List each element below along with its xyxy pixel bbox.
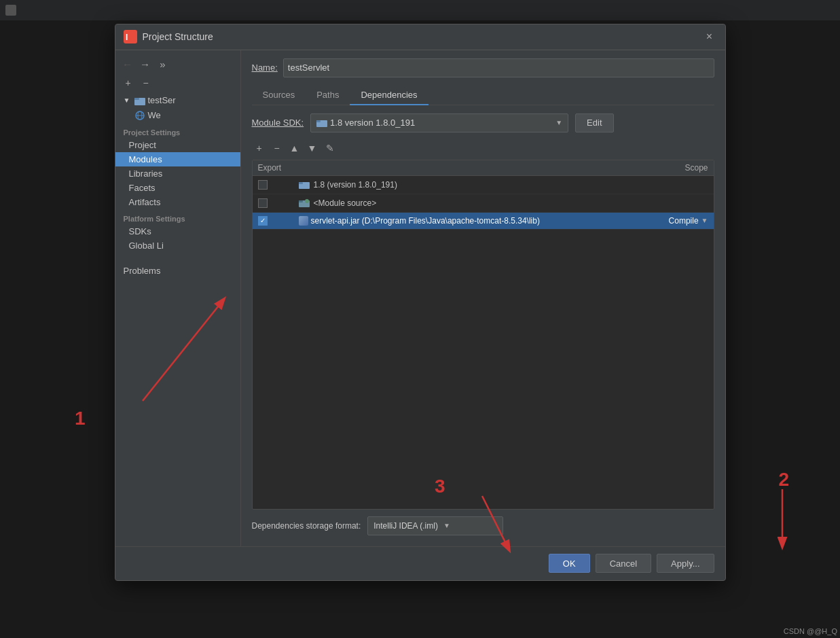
source-folder-icon <box>299 198 310 209</box>
nav-label-sdks: SDKs <box>129 226 151 236</box>
nav-item-facets[interactable]: Facets <box>115 181 240 195</box>
sdk-edit-button[interactable]: Edit <box>575 113 613 132</box>
col-scope: Scope <box>640 163 708 173</box>
annotation-1: 1 <box>75 408 86 429</box>
nav-label-artifacts: Artifacts <box>129 197 161 207</box>
nav-item-sdks[interactable]: SDKs <box>115 224 240 238</box>
sdk-select[interactable]: 1.8 version 1.8.0_191 ▼ <box>310 113 568 132</box>
tab-sources[interactable]: Sources <box>252 86 306 105</box>
nav-forward-btn[interactable]: → <box>139 58 152 70</box>
nav-label-libraries: Libraries <box>129 169 163 179</box>
nav-item-problems[interactable]: Problems <box>115 264 240 278</box>
nav-item-artifacts[interactable]: Artifacts <box>115 195 240 209</box>
scope-dropdown-icon[interactable]: ▼ <box>701 217 708 224</box>
check-mark: ✓ <box>260 217 266 224</box>
storage-label: Dependencies storage format: <box>252 521 361 531</box>
dep-row-jdk[interactable]: 1.8 (version 1.8.0_191) <box>253 176 714 194</box>
dep-checkbox-source[interactable] <box>258 198 268 208</box>
remove-module-btn[interactable]: − <box>139 75 153 90</box>
dep-row-source[interactable]: <Module source> <box>253 194 714 213</box>
dependencies-table: Export Scope 1.8 (version 1.8.0_ <box>252 160 714 510</box>
ok-button[interactable]: OK <box>549 554 590 573</box>
scope-text-servlet: Compile <box>669 216 699 226</box>
dep-up-btn[interactable]: ▲ <box>287 141 302 156</box>
nav-toolbar: ← → » <box>115 56 240 73</box>
dep-row-servlet[interactable]: ✓ servlet-api.jar (D:\Program Files\Java… <box>253 213 714 230</box>
platform-settings-label: Platform Settings <box>115 209 240 224</box>
svg-rect-12 <box>299 200 303 202</box>
name-row: Name: <box>252 58 714 77</box>
nav-label-project: Project <box>129 140 156 150</box>
sdk-row: Module SDK: 1.8 version 1.8.0_191 ▼ Edit <box>252 113 714 132</box>
intellij-icon: I <box>124 30 137 43</box>
nav-label-global-lib: Global Li <box>129 241 164 251</box>
tab-paths[interactable]: Paths <box>306 86 350 105</box>
right-panel: Name: Sources Paths Dependencies Module … <box>241 50 725 546</box>
apply-button[interactable]: Apply... <box>657 554 714 573</box>
svg-point-13 <box>305 199 309 203</box>
dep-name-jdk: 1.8 (version 1.8.0_191) <box>314 180 640 190</box>
tab-dependencies[interactable]: Dependencies <box>350 86 428 105</box>
svg-rect-8 <box>316 120 321 122</box>
svg-rect-10 <box>299 182 303 184</box>
dep-down-btn[interactable]: ▼ <box>305 141 320 156</box>
dep-table-header: Export Scope <box>253 160 714 176</box>
nav-item-modules[interactable]: Modules <box>115 152 240 166</box>
nav-label-problems: Problems <box>124 266 161 276</box>
nav-item-project[interactable]: Project <box>115 138 240 152</box>
tree-label-testser: testSer <box>148 95 176 105</box>
storage-row: Dependencies storage format: IntelliJ ID… <box>252 516 714 535</box>
dialog-overlay: I Project Structure × ← → » + − <box>0 0 840 638</box>
watermark: CSDN @@H_Q <box>784 627 837 635</box>
dep-row-export-jdk <box>258 180 299 190</box>
tabs-bar: Sources Paths Dependencies <box>252 86 714 105</box>
annotation-2: 2 <box>778 469 789 491</box>
storage-value: IntelliJ IDEA (.iml) <box>373 521 438 531</box>
sdk-label: Module SDK: <box>252 118 304 128</box>
annotation-3: 3 <box>435 476 445 497</box>
storage-select[interactable]: IntelliJ IDEA (.iml) ▼ <box>367 516 503 535</box>
nav-item-global-libraries[interactable]: Global Li <box>115 238 240 253</box>
nav-back-btn[interactable]: ← <box>121 58 134 70</box>
sdk-folder-icon <box>316 118 327 128</box>
tree-arrow-testser: ▼ <box>124 96 132 104</box>
dep-scope-servlet: Compile ▼ <box>640 216 708 226</box>
dep-row-export-servlet: ✓ <box>258 216 299 226</box>
nav-label-facets: Facets <box>129 183 156 193</box>
svg-text:I: I <box>126 33 128 42</box>
dependencies-toolbar: + − ▲ ▼ ✎ <box>252 141 714 156</box>
svg-rect-3 <box>134 98 139 100</box>
project-structure-dialog: I Project Structure × ← → » + − <box>115 24 726 581</box>
left-panel: ← → » + − ▼ testSer <box>115 50 241 546</box>
dialog-body: ← → » + − ▼ testSer <box>115 50 725 546</box>
dialog-footer: OK Cancel Apply... <box>115 546 725 580</box>
sdk-value: 1.8 version 1.8.0_191 <box>330 118 415 128</box>
dep-name-servlet: servlet-api.jar (D:\Program Files\Java\a… <box>311 216 640 226</box>
jar-icon <box>299 216 308 226</box>
tree-label-we: We <box>148 110 161 120</box>
dialog-title: Project Structure <box>143 31 702 42</box>
sdk-dropdown-icon: ▼ <box>555 119 562 126</box>
dep-remove-btn[interactable]: − <box>270 141 285 156</box>
cancel-button[interactable]: Cancel <box>596 554 651 573</box>
storage-dropdown-icon: ▼ <box>443 522 450 529</box>
folder-icon-testser <box>134 95 145 106</box>
tree-item-we[interactable]: We <box>115 108 240 123</box>
dep-checkbox-jdk[interactable] <box>258 180 268 190</box>
tree-item-testser[interactable]: ▼ testSer <box>115 93 240 108</box>
name-input[interactable] <box>283 58 714 77</box>
project-settings-label: Project Settings <box>115 123 240 138</box>
web-icon <box>134 110 145 121</box>
add-module-btn[interactable]: + <box>121 75 136 90</box>
col-name <box>299 163 640 173</box>
col-export: Export <box>258 163 299 173</box>
dep-row-export-source <box>258 198 299 208</box>
dep-checkbox-servlet[interactable]: ✓ <box>258 216 268 226</box>
close-button[interactable]: × <box>702 29 717 44</box>
nav-label-modules: Modules <box>129 154 162 164</box>
dep-add-btn[interactable]: + <box>252 141 267 156</box>
dep-edit-btn[interactable]: ✎ <box>323 141 337 156</box>
dep-name-source: <Module source> <box>314 198 640 208</box>
nav-more-btn[interactable]: » <box>156 58 170 70</box>
nav-item-libraries[interactable]: Libraries <box>115 166 240 181</box>
